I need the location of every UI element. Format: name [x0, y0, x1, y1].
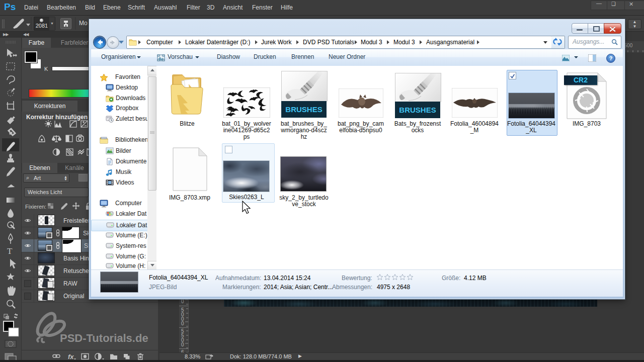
- svg-text:PSD-Tutorials.de: PSD-Tutorials.de: [60, 332, 148, 344]
- svg-text:T: T: [7, 246, 13, 256]
- svg-text:fx: fx: [68, 353, 74, 360]
